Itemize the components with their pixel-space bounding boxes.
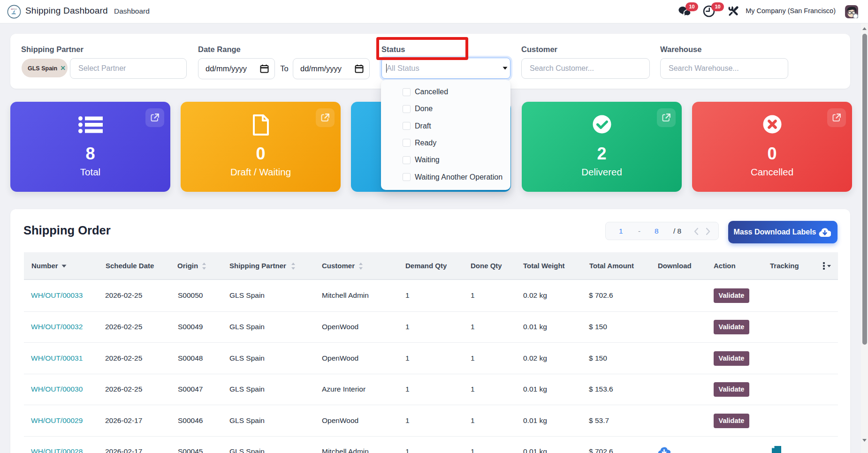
svg-text:o: o [11, 8, 13, 10]
